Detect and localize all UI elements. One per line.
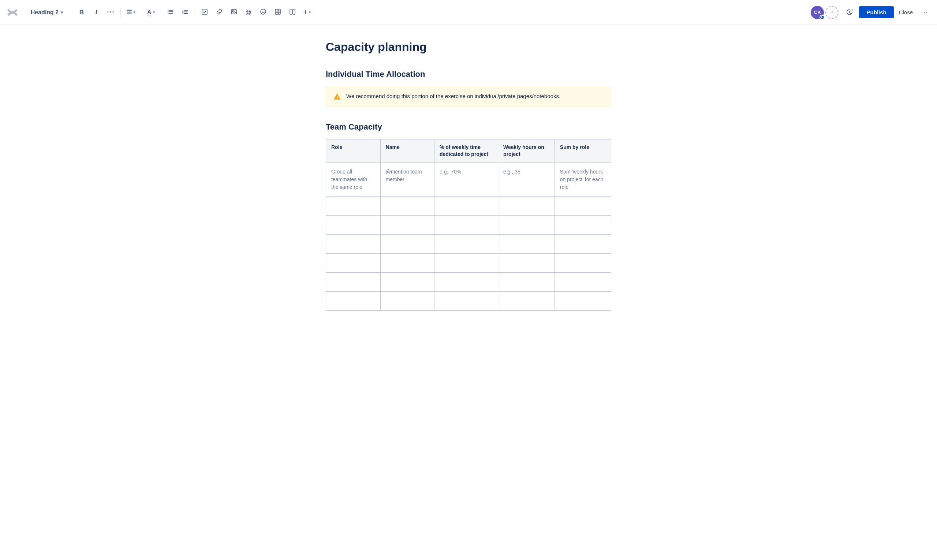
bullet-list-icon — [167, 8, 174, 17]
table-cell-sum[interactable] — [554, 253, 611, 272]
publish-button[interactable]: Publish — [859, 6, 894, 18]
section-heading-individual: Individual Time Allocation — [326, 69, 611, 79]
table-row: Group all teammates with the same role@m… — [326, 163, 611, 196]
svg-rect-24 — [293, 9, 295, 14]
bold-button[interactable]: B — [75, 6, 88, 19]
toolbar-divider-5 — [195, 8, 195, 17]
col-header-name: Name — [380, 139, 434, 163]
link-icon — [216, 8, 223, 17]
toolbar-divider-4 — [161, 8, 161, 17]
italic-button[interactable]: I — [90, 6, 103, 19]
text-color-button[interactable]: A ▾ — [144, 6, 158, 19]
svg-point-15 — [261, 9, 266, 14]
heading-chevron-icon: ▾ — [61, 10, 63, 15]
col-header-role: Role — [326, 139, 381, 163]
table-cell-sum[interactable]: Sum 'weekly hours on project' for each r… — [554, 163, 611, 196]
svg-rect-11 — [184, 13, 188, 14]
more-options-button[interactable]: ··· — [918, 6, 931, 19]
table-body: Group all teammates with the same role@m… — [326, 163, 611, 311]
table-cell-percent[interactable] — [434, 234, 498, 253]
link-button[interactable] — [213, 6, 226, 19]
svg-rect-9 — [184, 11, 188, 12]
table-cell-percent[interactable] — [434, 215, 498, 234]
table-cell-sum[interactable] — [554, 234, 611, 253]
checkbox-icon — [201, 8, 208, 17]
checkbox-button[interactable] — [198, 6, 211, 19]
emoji-button[interactable] — [257, 6, 270, 19]
table-row — [326, 291, 611, 311]
col-header-percent: % of weekly time dedicated to project — [434, 139, 498, 163]
table-cell-role[interactable] — [326, 196, 381, 215]
table-cell-sum[interactable] — [554, 215, 611, 234]
svg-rect-5 — [169, 13, 173, 14]
table-cell-role[interactable] — [326, 234, 381, 253]
clock-rotate-icon — [846, 9, 853, 16]
emoji-icon — [260, 8, 266, 17]
text-color-chevron-icon: ▾ — [153, 10, 155, 14]
table-cell-name[interactable]: @mention team member — [380, 163, 434, 196]
image-button[interactable] — [227, 6, 240, 19]
table-cell-percent[interactable] — [434, 196, 498, 215]
svg-point-16 — [262, 11, 262, 11]
table-cell-hours[interactable] — [498, 291, 555, 311]
table-cell-role[interactable] — [326, 253, 381, 272]
bullet-list-button[interactable] — [164, 6, 177, 19]
table-cell-name[interactable] — [380, 196, 434, 215]
table-cell-sum[interactable] — [554, 272, 611, 291]
table-cell-role[interactable] — [326, 291, 381, 311]
more-format-button[interactable]: ··· — [104, 6, 117, 19]
collaborator-group: CK C + — [811, 6, 839, 19]
mention-button[interactable]: @ — [242, 6, 255, 19]
align-chevron-icon: ▾ — [133, 10, 135, 14]
align-button[interactable]: ☰ ▾ — [124, 6, 138, 19]
content-area: Capacity planning Individual Time Alloca… — [311, 25, 626, 340]
col-header-sum: Sum by role — [554, 139, 611, 163]
layout-button[interactable] — [286, 6, 299, 19]
table-cell-sum[interactable] — [554, 291, 611, 311]
table-cell-hours[interactable] — [498, 215, 555, 234]
table-cell-name[interactable] — [380, 234, 434, 253]
table-cell-percent[interactable] — [434, 272, 498, 291]
heading-style-select[interactable]: Heading 2 ▾ — [25, 6, 69, 19]
table-cell-hours[interactable] — [498, 272, 555, 291]
table-cell-percent[interactable] — [434, 291, 498, 311]
table-row — [326, 215, 611, 234]
layout-icon — [289, 8, 296, 17]
table-row — [326, 234, 611, 253]
table-cell-name[interactable] — [380, 272, 434, 291]
table-button[interactable] — [271, 6, 285, 19]
warning-text: We recommend doing this portion of the e… — [346, 92, 560, 101]
close-button[interactable]: Close — [895, 6, 917, 18]
table-cell-name[interactable] — [380, 215, 434, 234]
version-history-button[interactable] — [843, 6, 856, 19]
image-icon — [231, 8, 237, 17]
table-cell-hours[interactable] — [498, 253, 555, 272]
table-cell-name[interactable] — [380, 253, 434, 272]
table-cell-role[interactable]: Group all teammates with the same role — [326, 163, 381, 196]
table-cell-percent[interactable]: e.g., 70% — [434, 163, 498, 196]
table-cell-hours[interactable] — [498, 196, 555, 215]
toolbar: Heading 2 ▾ B I ··· ☰ ▾ A ▾ 1.2.3. — [0, 0, 937, 25]
warning-icon — [333, 92, 341, 102]
table-cell-hours[interactable] — [498, 234, 555, 253]
table-cell-role[interactable] — [326, 215, 381, 234]
table-cell-sum[interactable] — [554, 196, 611, 215]
warning-box: We recommend doing this portion of the e… — [326, 86, 611, 108]
page-title: Capacity planning — [326, 40, 611, 55]
avatar-badge: C — [820, 15, 825, 20]
capacity-table: Role Name % of weekly time dedicated to … — [326, 139, 611, 311]
table-cell-hours[interactable]: e.g., 35 — [498, 163, 555, 196]
app-logo — [6, 6, 19, 19]
table-cell-name[interactable] — [380, 291, 434, 311]
svg-rect-12 — [202, 9, 207, 14]
add-content-button[interactable]: + ▾ — [300, 6, 314, 19]
table-cell-percent[interactable] — [434, 253, 498, 272]
table-icon — [274, 8, 281, 17]
svg-point-17 — [263, 11, 264, 11]
svg-rect-23 — [290, 9, 292, 14]
add-collaborator-button[interactable]: + — [825, 6, 839, 19]
svg-rect-0 — [168, 9, 169, 11]
ordered-list-button[interactable]: 1.2.3. — [178, 6, 192, 19]
table-cell-role[interactable] — [326, 272, 381, 291]
svg-rect-1 — [169, 10, 173, 11]
